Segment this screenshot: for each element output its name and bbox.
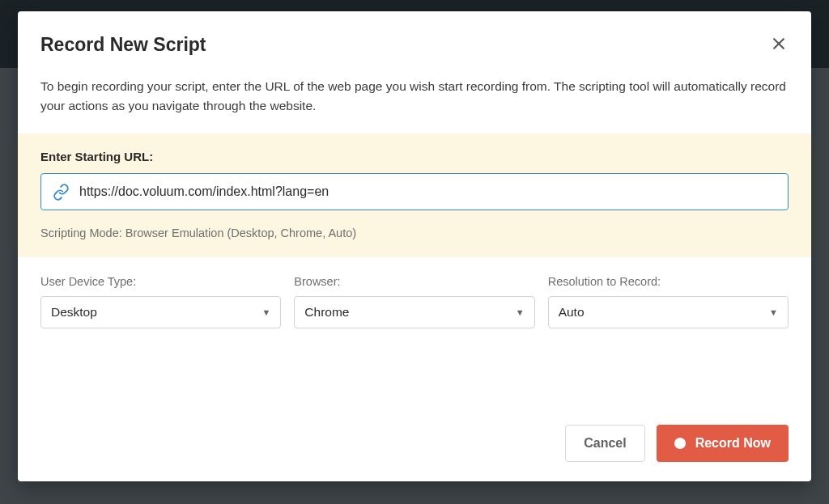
url-section: Enter Starting URL: Scripting Mode: Brow… <box>18 133 811 257</box>
browser-select[interactable]: Chrome ▼ <box>294 296 534 328</box>
resolution-value: Auto <box>559 305 585 320</box>
resolution-select[interactable]: Auto ▼ <box>548 296 789 328</box>
record-now-button[interactable]: Record Now <box>657 425 789 462</box>
record-icon <box>674 438 686 449</box>
chevron-down-icon: ▼ <box>769 307 778 317</box>
browser-group: Browser: Chrome ▼ <box>294 275 534 328</box>
scripting-mode-text: Scripting Mode: Browser Emulation (Deskt… <box>40 227 789 239</box>
url-input[interactable] <box>79 174 776 210</box>
selects-section: User Device Type: Desktop ▼ Browser: Chr… <box>18 257 811 337</box>
record-button-label: Record Now <box>695 436 771 451</box>
close-button[interactable] <box>769 34 789 53</box>
device-type-group: User Device Type: Desktop ▼ <box>40 275 281 328</box>
url-label: Enter Starting URL: <box>40 150 789 163</box>
close-icon <box>771 36 787 52</box>
modal-header: Record New Script <box>18 11 811 70</box>
resolution-label: Resolution to Record: <box>548 275 789 288</box>
browser-label: Browser: <box>294 275 534 288</box>
chevron-down-icon: ▼ <box>261 307 270 317</box>
cancel-button[interactable]: Cancel <box>565 425 644 462</box>
link-icon <box>53 184 70 201</box>
record-script-modal: Record New Script To begin recording you… <box>18 11 811 481</box>
url-input-wrapper[interactable] <box>40 173 789 210</box>
device-type-select[interactable]: Desktop ▼ <box>40 296 281 328</box>
modal-title: Record New Script <box>40 34 206 56</box>
browser-value: Chrome <box>304 305 349 320</box>
device-type-value: Desktop <box>51 305 97 320</box>
modal-description: To begin recording your script, enter th… <box>18 70 811 133</box>
chevron-down-icon: ▼ <box>516 307 525 317</box>
cancel-button-label: Cancel <box>584 436 626 451</box>
modal-footer: Cancel Record Now <box>18 407 811 481</box>
device-type-label: User Device Type: <box>40 275 281 288</box>
resolution-group: Resolution to Record: Auto ▼ <box>548 275 789 328</box>
